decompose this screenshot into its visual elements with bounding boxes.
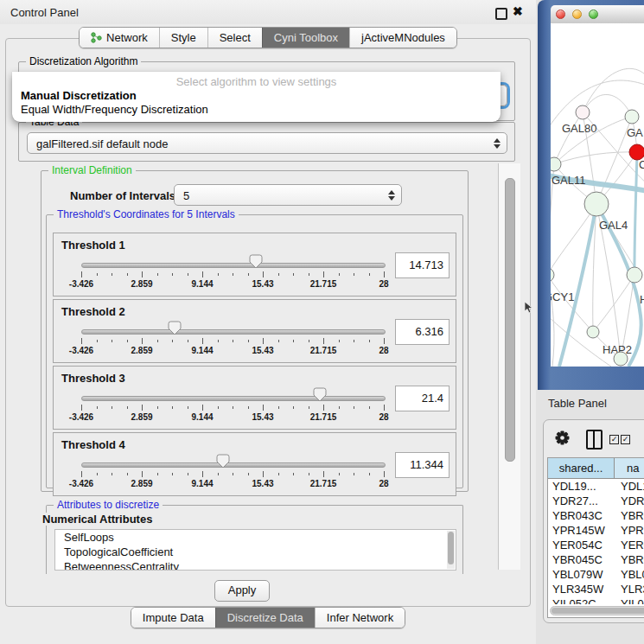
column-header-shared-name[interactable]: shared... (548, 458, 615, 478)
threshold-slider-thumb[interactable] (216, 454, 230, 469)
attribute-list-item[interactable]: BetweennessCentrality (55, 559, 456, 571)
network-node[interactable] (584, 192, 609, 216)
window-title: Control Panel (10, 6, 79, 19)
slider-ticks (81, 271, 384, 278)
network-node-label: C (639, 158, 644, 171)
group-title: Interval Definition (48, 164, 136, 176)
threshold-slider-thumb[interactable] (168, 321, 182, 335)
tab-jactivemnodules[interactable]: jActiveMNodules (349, 28, 456, 48)
dropdown-option-equal-width-frequency[interactable]: Equal Width/Frequency Discretization (21, 103, 208, 116)
threshold-label: Threshold 2 (61, 305, 125, 318)
table-row[interactable]: YBL079WYBL0 (548, 567, 644, 582)
scrollbar-thumb[interactable] (552, 608, 644, 614)
column-settings-icon[interactable] (586, 430, 603, 450)
control-panel-titlebar: Control Panel ✖ (0, 0, 536, 24)
stepper-icon (494, 138, 501, 149)
network-node[interactable] (625, 110, 639, 124)
slider-axis-labels: -3.4262.8599.14415.4321.71528 (81, 479, 384, 489)
attribute-list-item[interactable]: SelfLoops (55, 530, 456, 545)
network-node[interactable] (576, 105, 590, 119)
table-row[interactable]: YPR145WYPR1 (548, 523, 644, 538)
network-canvas[interactable]: GAL80GACGAL11GAL4GCY1HHAP2 (551, 23, 644, 367)
group-title: Attributes to discretize (54, 499, 163, 511)
number-of-intervals-combobox[interactable]: 5 (174, 184, 402, 206)
tab-label: Discretize Data (227, 611, 303, 624)
gear-icon[interactable] (555, 430, 570, 445)
threshold-value-field[interactable]: 21.4 (395, 386, 450, 411)
float-window-icon[interactable] (495, 8, 507, 20)
tab-label: jActiveMNodules (361, 31, 445, 44)
slider-ticks (81, 338, 384, 345)
threshold-slider-track[interactable] (81, 462, 386, 468)
mouse-cursor (525, 302, 533, 314)
tab-label: Style (171, 31, 196, 44)
checkbox-icon[interactable]: ✓ (609, 435, 619, 444)
slider-axis-labels: -3.4262.8599.14415.4321.71528 (81, 412, 384, 423)
tab-infer-network[interactable]: Infer Network (315, 608, 405, 628)
node-attribute-table: shared... na YDL19...YDL1YDR27...YDR2YBR… (547, 457, 644, 618)
network-node[interactable] (627, 267, 642, 283)
table-row[interactable]: YDL19...YDL1 (548, 479, 644, 494)
threshold-4-box: Threshold 4 -3.4262.8599.14415.4321.7152… (53, 432, 456, 496)
table-horizontal-scrollbar[interactable] (550, 606, 644, 615)
tab-network[interactable]: Network (80, 28, 159, 48)
checkbox-icon[interactable]: ✓ (621, 435, 630, 444)
threshold-label: Threshold 4 (61, 438, 125, 451)
tab-discretize-data[interactable]: Discretize Data (215, 608, 315, 628)
threshold-value-field[interactable]: 6.316 (395, 319, 450, 345)
network-node-label: GAL11 (552, 174, 586, 187)
network-icon (91, 32, 102, 43)
close-traffic-light[interactable] (556, 10, 565, 19)
network-window-titlebar[interactable] (551, 5, 644, 23)
numerical-attributes-label: Numerical Attributes (40, 513, 155, 526)
table-row[interactable]: YER054CYER0 (548, 538, 644, 552)
table-row[interactable]: YIL052CYIL0 (548, 596, 644, 604)
table-header: shared... na (548, 458, 644, 479)
table-data-value: galFiltered.sif default node (36, 137, 168, 150)
bottom-tabbar: Impute Data Discretize Data Infer Networ… (0, 607, 536, 628)
attribute-list-item[interactable]: TopologicalCoefficient (55, 545, 456, 559)
close-icon[interactable]: ✖ (513, 4, 523, 18)
panel-vertical-scrollbar[interactable] (498, 163, 520, 570)
threshold-slider-track[interactable] (81, 263, 386, 268)
network-node[interactable] (587, 326, 599, 338)
threshold-label: Threshold 3 (61, 372, 125, 385)
threshold-slider-thumb[interactable] (313, 387, 327, 402)
threshold-value-field[interactable]: 14.713 (395, 252, 450, 278)
zoom-traffic-light[interactable] (589, 10, 598, 19)
tab-impute-data[interactable]: Impute Data (131, 608, 215, 628)
numerical-attributes-list[interactable]: SelfLoopsTopologicalCoefficientBetweenne… (54, 529, 456, 571)
network-node-label: GCY1 (551, 290, 574, 303)
table-row[interactable]: YBR045CYBR0 (548, 552, 644, 567)
cyni-toolbox-panel: Discretization Algorithm Select algorith… (5, 38, 531, 607)
tab-cyni-toolbox[interactable]: Cyni Toolbox (262, 28, 349, 48)
group-title: Discretization Algorithm (26, 55, 141, 67)
dropdown-option-manual-discretization[interactable]: Manual Discretization (21, 89, 137, 102)
scrollbar-thumb[interactable] (505, 178, 515, 462)
table-row[interactable]: YBR043CYBR0 (548, 508, 644, 523)
slider-ticks (81, 471, 384, 478)
threshold-value-field[interactable]: 11.344 (395, 452, 450, 478)
network-node[interactable] (551, 268, 554, 282)
network-node[interactable] (614, 352, 628, 366)
table-row[interactable]: YDR27...YDR2 (548, 494, 644, 508)
threshold-3-box: Threshold 3 -3.4262.8599.14415.4321.7152… (53, 366, 456, 430)
dropdown-hint: Select algorithm to view settings (12, 75, 501, 88)
threshold-slider-track[interactable] (81, 329, 386, 335)
tab-style[interactable]: Style (159, 28, 207, 48)
slider-axis-labels: -3.4262.8599.14415.4321.71528 (81, 346, 384, 356)
table-row[interactable]: YLR345WYLR3 (548, 582, 644, 596)
table-data-combobox[interactable]: galFiltered.sif default node (27, 132, 507, 154)
threshold-slider-thumb[interactable] (249, 254, 263, 269)
table-rows: YDL19...YDL1YDR27...YDR2YBR043CYBR0YPR14… (548, 479, 644, 604)
tab-select[interactable]: Select (207, 28, 262, 48)
column-header-name[interactable]: na (615, 458, 644, 478)
minimize-traffic-light[interactable] (572, 10, 582, 19)
list-scrollbar[interactable] (447, 531, 455, 569)
threshold-1-box: Threshold 1 -3.4262.8599.14415.4321.7152… (53, 233, 456, 296)
apply-button[interactable]: Apply (214, 580, 270, 602)
threshold-slider-track[interactable] (81, 396, 386, 401)
control-panel-window: Control Panel ✖ Network Style Select Cyn… (0, 0, 536, 644)
slider-axis-labels: -3.4262.8599.14415.4321.71528 (81, 279, 384, 290)
network-node[interactable] (551, 157, 561, 171)
